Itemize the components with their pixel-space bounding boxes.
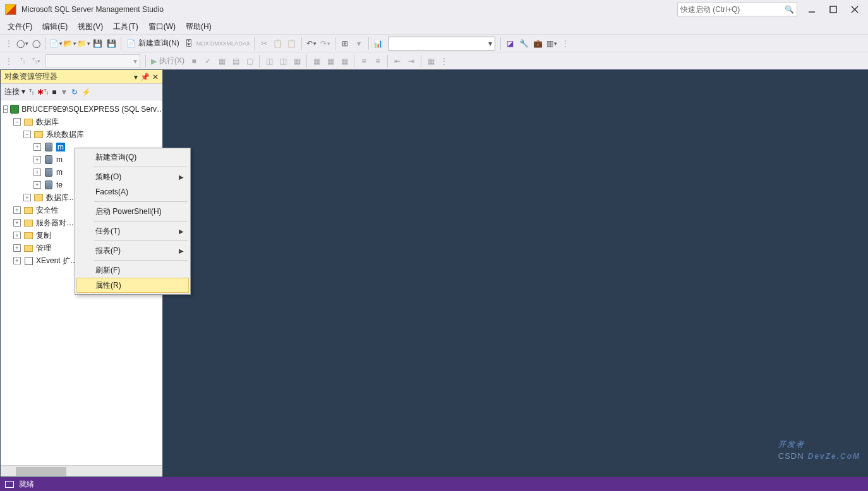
paste-button[interactable]: 📋 — [285, 37, 299, 50]
execute-button[interactable]: ▶执行(X) — [148, 56, 187, 66]
sqlcmd-mode-button[interactable]: ▦ — [290, 54, 304, 68]
properties-window-button[interactable]: ▾ — [352, 37, 366, 50]
specify-values-button[interactable]: ▦ — [424, 54, 438, 68]
query-options-button[interactable]: ▤ — [229, 54, 243, 68]
ctx-policy[interactable]: 策略(O)▶ — [76, 169, 189, 184]
database-combo[interactable] — [388, 37, 495, 50]
stop-icon[interactable]: ■ — [52, 88, 56, 97]
context-menu: 新建查询(Q) 策略(O)▶ Facets(A) 启动 PowerShell(H… — [75, 148, 191, 295]
app-title: Microsoft SQL Server Management Studio — [21, 5, 677, 14]
main-toolbar: ⋮ ◯▾ ◯ 📄▾ 📂▾ 📁▾ 💾 💾 📄新建查询(N) 🗄 MDX DMX X… — [0, 34, 868, 52]
ctx-powershell[interactable]: 启动 PowerShell(H) — [76, 204, 189, 219]
menu-help[interactable]: 帮助(H) — [181, 20, 217, 34]
results-to-text-button[interactable]: ▦ — [310, 54, 323, 68]
tree-databases-node[interactable]: −数据库 — [1, 115, 162, 128]
available-databases-button[interactable]: ᵀᵢ▾ — [29, 54, 43, 68]
parse-button[interactable]: ✓ — [201, 54, 215, 68]
tree-system-databases-node[interactable]: −系统数据库 — [1, 128, 162, 141]
ssms-app-icon — [5, 4, 16, 15]
quick-launch-input[interactable]: 快速启动 (Ctrl+Q) 🔍 — [677, 3, 797, 16]
copy-button[interactable]: 📋 — [271, 37, 285, 50]
open-folder-button[interactable]: 📁▾ — [76, 37, 90, 50]
uncomment-button[interactable]: ≡ — [371, 54, 385, 68]
toolbar2-overflow-icon[interactable]: ⋮ — [438, 57, 450, 66]
title-bar: Microsoft SQL Server Management Studio 快… — [0, 0, 868, 19]
maximize-button[interactable] — [823, 1, 844, 18]
toolbar-grip-icon[interactable]: ⋮ — [3, 39, 15, 48]
open-file-button[interactable]: 📂▾ — [63, 37, 76, 50]
nav-back-button[interactable]: ◯▾ — [15, 37, 29, 50]
nav-forward-button[interactable]: ◯ — [29, 37, 43, 50]
ctx-facets[interactable]: Facets(A) — [76, 184, 189, 199]
pin-icon[interactable]: 📌 — [140, 73, 150, 81]
activity-icon[interactable]: ⚡ — [81, 88, 91, 97]
sql-editor-toolbar: ⋮ ᵀᵢ ᵀᵢ▾ ▶执行(X) ■ ✓ ▦ ▤ ▢ ◫ ◫ ▦ ▦ ▦ ▦ ≡ … — [0, 52, 868, 69]
object-explorer-title: 对象资源管理器 — [4, 71, 134, 82]
intellisense-button[interactable]: ▢ — [243, 54, 256, 68]
new-query-icon: 📄 — [126, 39, 136, 48]
toolbar2-grip-icon[interactable]: ⋮ — [3, 57, 15, 66]
disconnect-icon[interactable]: ᵀᵢ — [29, 88, 33, 97]
menu-tools[interactable]: 工具(T) — [108, 20, 143, 34]
close-button[interactable] — [844, 1, 865, 18]
new-project-button[interactable]: 📄▾ — [49, 37, 63, 50]
close-panel-icon[interactable]: ✕ — [152, 73, 159, 81]
window-layout-button[interactable]: ▥▾ — [545, 37, 559, 50]
dmx-query-icon[interactable]: DMX — [210, 37, 224, 50]
menu-window[interactable]: 窗口(W) — [143, 20, 181, 34]
undo-button[interactable]: ↶▾ — [304, 37, 318, 50]
xmla-query-icon[interactable]: XMLA — [224, 37, 238, 50]
change-connection-button[interactable]: ᵀᵢ — [15, 54, 29, 68]
include-stats-button[interactable]: ◫ — [276, 54, 290, 68]
results-to-file-button[interactable]: ▦ — [337, 54, 351, 68]
submenu-arrow-icon: ▶ — [179, 247, 184, 254]
mdx-query-icon[interactable]: MDX — [196, 37, 210, 50]
object-explorer-scrollbar[interactable] — [1, 465, 162, 476]
menu-view[interactable]: 视图(V) — [73, 20, 108, 34]
menu-file[interactable]: 文件(F) — [3, 20, 37, 34]
include-plan-button[interactable]: ◫ — [262, 54, 276, 68]
minimize-button[interactable] — [801, 1, 823, 18]
object-explorer-title-bar[interactable]: 对象资源管理器 ▾ 📌 ✕ — [1, 70, 162, 84]
ctx-refresh[interactable]: 刷新(F) — [76, 263, 189, 278]
filter-icon[interactable]: ▼ — [61, 88, 68, 97]
menu-bar: 文件(F) 编辑(E) 视图(V) 工具(T) 窗口(W) 帮助(H) — [0, 19, 868, 34]
search-icon: 🔍 — [785, 5, 794, 14]
registered-servers-button[interactable]: ⊞ — [338, 37, 352, 50]
svg-rect-1 — [830, 6, 836, 13]
database-selector[interactable] — [45, 54, 140, 68]
submenu-arrow-icon: ▶ — [179, 174, 184, 180]
ctx-reports[interactable]: 报表(P)▶ — [76, 243, 189, 258]
save-button[interactable]: 💾 — [90, 37, 104, 50]
redo-button[interactable]: ↷▾ — [318, 37, 332, 50]
dropdown-icon[interactable]: ▾ — [134, 73, 138, 81]
ctx-tasks[interactable]: 任务(T)▶ — [76, 223, 189, 239]
save-all-button[interactable]: 💾 — [104, 37, 118, 50]
vs-icon[interactable]: ◪ — [503, 37, 517, 50]
debug-button[interactable]: ■ — [187, 54, 201, 68]
menu-edit[interactable]: 编辑(E) — [37, 20, 73, 34]
tree-server-node[interactable]: −BRUCEF9E9\SQLEXPRESS (SQL Serv… — [1, 103, 162, 115]
cut-button[interactable]: ✂ — [257, 37, 271, 50]
db-engine-query-button[interactable]: 🗄 — [182, 37, 196, 50]
ctx-properties[interactable]: 属性(R) — [76, 278, 189, 293]
window-controls — [801, 1, 865, 18]
refresh-icon[interactable]: ↻ — [71, 88, 78, 97]
new-query-button[interactable]: 📄新建查询(N) — [124, 38, 182, 49]
connection-icon[interactable]: ✱ᵀᵢ — [37, 88, 48, 97]
comment-button[interactable]: ≡ — [357, 54, 371, 68]
activity-monitor-button[interactable]: 📊 — [371, 37, 385, 50]
connect-button[interactable]: 连接 ▾ — [4, 86, 25, 97]
dax-query-icon[interactable]: DAX — [238, 37, 251, 50]
decrease-indent-button[interactable]: ⇤ — [390, 54, 404, 68]
toolbar-overflow-icon[interactable]: ⋮ — [559, 39, 572, 48]
ctx-new-query[interactable]: 新建查询(Q) — [76, 150, 189, 165]
play-icon: ▶ — [151, 57, 157, 66]
display-plan-button[interactable]: ▦ — [215, 54, 229, 68]
briefcase-icon[interactable]: 💼 — [531, 37, 545, 50]
quick-launch-placeholder: 快速启动 (Ctrl+Q) — [680, 4, 785, 15]
results-to-grid-button[interactable]: ▦ — [323, 54, 337, 68]
wrench-icon[interactable]: 🔧 — [517, 37, 531, 50]
increase-indent-button[interactable]: ⇥ — [404, 54, 418, 68]
status-bar: 就绪 — [0, 477, 868, 491]
